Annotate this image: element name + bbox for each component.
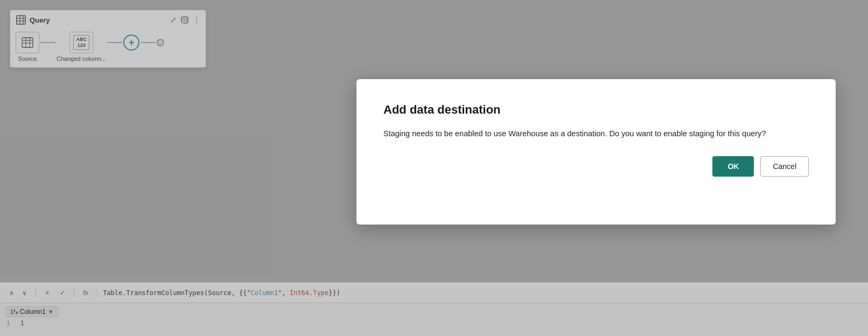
ok-button[interactable]: OK <box>712 156 754 177</box>
dialog-body: Staging needs to be enabled to use Wareh… <box>383 128 809 140</box>
dialog-actions: OK Cancel <box>383 156 809 177</box>
dialog-title: Add data destination <box>383 103 809 117</box>
modal-overlay: Add data destination Staging needs to be… <box>0 0 868 336</box>
cancel-button[interactable]: Cancel <box>760 156 809 177</box>
dialog-body-text: Staging needs to be enabled to use Wareh… <box>383 129 766 138</box>
add-data-destination-dialog: Add data destination Staging needs to be… <box>356 79 836 225</box>
